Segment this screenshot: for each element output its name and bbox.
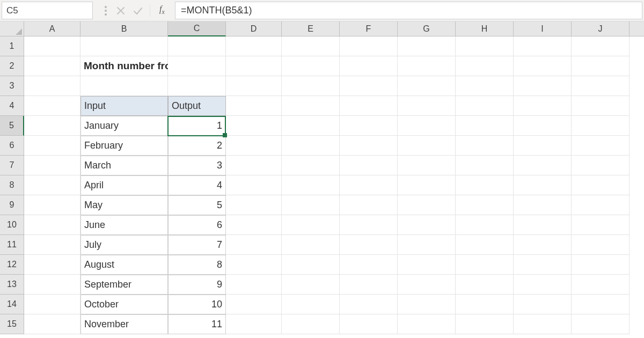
cell-A7[interactable]: [24, 156, 80, 175]
cell-D2[interactable]: [226, 56, 282, 76]
cell-C14[interactable]: 10: [168, 295, 226, 314]
cell-A9[interactable]: [24, 195, 80, 215]
cell-H11[interactable]: [456, 235, 514, 255]
cell-I11[interactable]: [514, 235, 572, 255]
cell-J10[interactable]: [572, 215, 630, 235]
row-header-11[interactable]: 11: [0, 235, 24, 255]
cell-E1[interactable]: [282, 36, 340, 56]
col-header-J[interactable]: J: [572, 21, 630, 36]
cell-D4[interactable]: [226, 96, 282, 116]
row-header-14[interactable]: 14: [0, 295, 24, 314]
cell-J3[interactable]: [572, 76, 630, 96]
cell-A15[interactable]: [24, 314, 80, 334]
cell-B4[interactable]: Input: [80, 96, 168, 116]
cell-A13[interactable]: [24, 275, 80, 295]
row-header-13[interactable]: 13: [0, 275, 24, 295]
cell-H14[interactable]: [456, 295, 514, 314]
cell-D6[interactable]: [226, 136, 282, 156]
cell-I7[interactable]: [514, 156, 572, 175]
cell-G7[interactable]: [398, 156, 456, 175]
cell-F12[interactable]: [340, 255, 398, 275]
cell-H1[interactable]: [456, 36, 514, 56]
cell-I9[interactable]: [514, 195, 572, 215]
cell-A8[interactable]: [24, 175, 80, 195]
cell-F2[interactable]: [340, 56, 398, 76]
cell-G9[interactable]: [398, 195, 456, 215]
enter-button[interactable]: [129, 0, 147, 21]
col-header-C[interactable]: C: [168, 21, 226, 36]
cell-H13[interactable]: [456, 275, 514, 295]
col-header-F[interactable]: F: [340, 21, 398, 36]
cell-F9[interactable]: [340, 195, 398, 215]
row-header-7[interactable]: 7: [0, 156, 24, 175]
cell-J13[interactable]: [572, 275, 630, 295]
cell-G10[interactable]: [398, 215, 456, 235]
row-header-5[interactable]: 5: [0, 116, 24, 136]
cell-G4[interactable]: [398, 96, 456, 116]
cell-B6[interactable]: February: [80, 136, 168, 156]
cell-J4[interactable]: [572, 96, 630, 116]
cell-J1[interactable]: [572, 36, 630, 56]
cell-B13[interactable]: September: [80, 275, 168, 295]
cell-E3[interactable]: [282, 76, 340, 96]
cell-H10[interactable]: [456, 215, 514, 235]
cell-C7[interactable]: 3: [168, 156, 226, 175]
cell-E6[interactable]: [282, 136, 340, 156]
cell-I14[interactable]: [514, 295, 572, 314]
cell-J15[interactable]: [572, 314, 630, 334]
formula-input-wrap[interactable]: [175, 2, 642, 19]
cell-F10[interactable]: [340, 215, 398, 235]
row-header-3[interactable]: 3: [0, 76, 24, 96]
cell-D8[interactable]: [226, 175, 282, 195]
row-header-15[interactable]: 15: [0, 314, 24, 334]
cancel-button[interactable]: [112, 0, 129, 21]
cell-I3[interactable]: [514, 76, 572, 96]
cell-E9[interactable]: [282, 195, 340, 215]
cell-A1[interactable]: [24, 36, 80, 56]
cell-C5[interactable]: 1: [168, 116, 226, 136]
cell-C2[interactable]: [168, 56, 226, 76]
cell-D10[interactable]: [226, 215, 282, 235]
row-header-6[interactable]: 6: [0, 136, 24, 156]
cell-J8[interactable]: [572, 175, 630, 195]
cell-G15[interactable]: [398, 314, 456, 334]
cell-E15[interactable]: [282, 314, 340, 334]
cell-H8[interactable]: [456, 175, 514, 195]
cell-E8[interactable]: [282, 175, 340, 195]
cell-C6[interactable]: 2: [168, 136, 226, 156]
cell-J5[interactable]: [572, 116, 630, 136]
cell-D11[interactable]: [226, 235, 282, 255]
cell-A14[interactable]: [24, 295, 80, 314]
cell-D7[interactable]: [226, 156, 282, 175]
cell-A5[interactable]: [24, 116, 80, 136]
cell-I10[interactable]: [514, 215, 572, 235]
row-header-9[interactable]: 9: [0, 195, 24, 215]
cell-G13[interactable]: [398, 275, 456, 295]
cell-C3[interactable]: [168, 76, 226, 96]
cell-G14[interactable]: [398, 295, 456, 314]
cell-C15[interactable]: 11: [168, 314, 226, 334]
cell-E5[interactable]: [282, 116, 340, 136]
cell-E13[interactable]: [282, 275, 340, 295]
col-header-I[interactable]: I: [514, 21, 572, 36]
cell-A10[interactable]: [24, 215, 80, 235]
row-header-12[interactable]: 12: [0, 255, 24, 275]
cell-I6[interactable]: [514, 136, 572, 156]
cell-H5[interactable]: [456, 116, 514, 136]
col-header-H[interactable]: H: [456, 21, 514, 36]
cell-A2[interactable]: [24, 56, 80, 76]
row-header-4[interactable]: 4: [0, 96, 24, 116]
cell-I4[interactable]: [514, 96, 572, 116]
cell-G11[interactable]: [398, 235, 456, 255]
row-header-1[interactable]: 1: [0, 36, 24, 56]
cell-H15[interactable]: [456, 314, 514, 334]
cell-E10[interactable]: [282, 215, 340, 235]
cell-B1[interactable]: [80, 36, 168, 56]
cell-E4[interactable]: [282, 96, 340, 116]
cell-C4[interactable]: Output: [168, 96, 226, 116]
cell-G12[interactable]: [398, 255, 456, 275]
cell-C1[interactable]: [168, 36, 226, 56]
cell-J9[interactable]: [572, 195, 630, 215]
row-header-8[interactable]: 8: [0, 175, 24, 195]
cell-E2[interactable]: [282, 56, 340, 76]
